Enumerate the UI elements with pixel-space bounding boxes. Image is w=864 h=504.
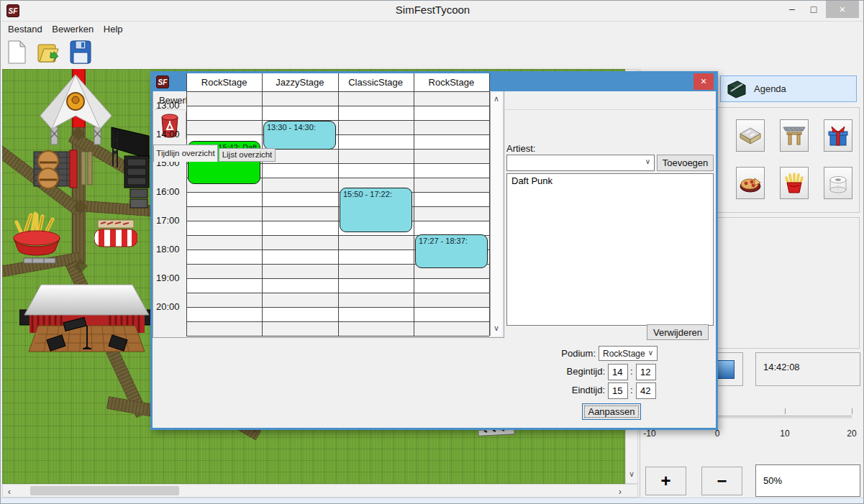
schedule-row-cell[interactable] (186, 106, 489, 121)
item-button-toilet-paper[interactable] (824, 167, 852, 199)
new-file-button[interactable] (4, 38, 31, 67)
time-separator: : (630, 385, 633, 395)
black-stage-truss[interactable] (106, 123, 152, 209)
scroll-left-icon[interactable]: ‹ (5, 486, 14, 497)
timeline-panel: 13:0014:0015:0016:0017:0018:0019:0020:00… (153, 73, 504, 338)
slider-tick (785, 408, 786, 414)
slider-tick-label: 0 (703, 429, 732, 439)
close-button[interactable]: × (826, 1, 859, 18)
schedule-event[interactable]: 17:27 - 18:37: (415, 234, 488, 268)
scroll-right-icon[interactable]: › (616, 486, 624, 497)
menu-bestand[interactable]: Bestand (8, 24, 42, 35)
end-time-label: Eindtijd: (534, 385, 605, 395)
schedule-row-cell[interactable] (186, 121, 489, 135)
pizza-icon (739, 173, 762, 194)
item-button-pizza[interactable] (736, 167, 765, 199)
podium-label: Podium: (527, 348, 596, 359)
schedule-row-cell[interactable] (186, 279, 489, 293)
schedule-row-cell[interactable] (186, 193, 489, 207)
chevron-down-icon: ∨ (645, 157, 650, 165)
schedule-row-cell[interactable] (186, 322, 489, 336)
end-hour-input[interactable] (608, 382, 628, 399)
gift-icon (827, 125, 850, 147)
main-window: SF SimFestTycoon – □ × Bestand Bewerken … (0, 0, 864, 504)
schedule-grid[interactable]: 14:12 - 15:42: Daft Punk13:30 - 14:30:15… (153, 92, 489, 336)
remove-artist-button[interactable]: Verwijderen (647, 324, 709, 340)
agenda-button-label: Agenda (754, 83, 786, 94)
tab-timeline-overview[interactable]: Tijdlijn overzicht (153, 145, 218, 162)
artist-list-item[interactable]: Daft Punk (507, 174, 713, 188)
add-artist-button[interactable]: Toevoegen (657, 155, 714, 171)
schedule-row-cell[interactable] (186, 92, 489, 106)
time-separator: : (630, 366, 633, 377)
status-strip (1, 498, 864, 504)
artist-label: Artiest: (506, 143, 535, 154)
schedule-column-header: JazzyStage (262, 73, 337, 92)
window-title: SimFestTycoon (1, 1, 864, 19)
schedule-row-cell[interactable] (186, 207, 489, 221)
zoom-out-button[interactable]: − (701, 467, 742, 495)
scroll-up-icon[interactable]: ∧ (491, 94, 502, 104)
schedule-scrollbar[interactable]: ∧ ∨ (490, 92, 502, 336)
zoom-value: 50% (763, 475, 782, 486)
end-minute-input[interactable] (636, 382, 656, 399)
start-time-label: Begintijd: (534, 366, 605, 377)
striped-stand[interactable] (94, 219, 137, 249)
schedule-event[interactable]: 13:30 - 14:30: (263, 121, 336, 150)
new-file-icon (8, 40, 27, 65)
agenda-button[interactable]: Agenda (720, 75, 857, 102)
fries-stand[interactable] (11, 211, 63, 267)
title-bar: SF SimFestTycoon – □ × (1, 1, 864, 21)
burger-stand[interactable] (32, 146, 93, 191)
fries-icon (783, 173, 806, 194)
toilet-paper-icon (827, 173, 850, 194)
zoom-in-button[interactable]: + (645, 467, 686, 495)
schedule-column-header: RockStage (414, 73, 489, 92)
main-stage[interactable] (19, 283, 155, 354)
road-tile-icon (739, 125, 762, 147)
start-minute-input[interactable] (636, 364, 656, 380)
schedule-column-header: ClassicStage (338, 73, 414, 92)
item-button-fries[interactable] (780, 167, 809, 199)
scroll-down-icon[interactable]: ∨ (491, 324, 502, 333)
white-tent[interactable] (38, 73, 114, 153)
zoom-value-box: 50% (755, 464, 860, 497)
artist-combobox[interactable]: ∨ (506, 155, 655, 171)
schedule-row-cell[interactable] (186, 308, 489, 322)
menu-help[interactable]: Help (104, 24, 123, 35)
schedule-row-cell[interactable] (186, 221, 489, 236)
game-clock: 14:42:08 (755, 352, 860, 386)
chevron-down-icon: ∨ (648, 349, 653, 357)
podium-combo-value: RockStage (603, 349, 645, 359)
tab-list-overview[interactable]: Lijst overzicht (219, 148, 276, 162)
start-hour-input[interactable] (608, 364, 628, 380)
minimize-button[interactable]: – (783, 3, 801, 14)
item-button-stage-gate[interactable] (780, 119, 809, 152)
artist-listbox[interactable]: Daft Punk (506, 173, 714, 326)
clock-value: 14:42:08 (763, 362, 800, 372)
save-file-button[interactable] (67, 38, 94, 67)
open-file-button[interactable] (35, 38, 63, 67)
scroll-down-icon[interactable]: ∨ (626, 469, 637, 479)
slider-tick (852, 408, 852, 414)
agenda-dialog: SF Agenda - MyEvent × Bewerken Beeld (150, 71, 718, 430)
schedule-event[interactable]: 15:50 - 17:22: (340, 188, 412, 232)
item-button-road[interactable] (736, 119, 765, 152)
schedule-row-cell[interactable] (186, 293, 489, 308)
scrollbar-thumb[interactable] (30, 486, 179, 495)
schedule-header: RockStageJazzyStageClassicStageRockStage (186, 73, 489, 92)
menu-bewerken[interactable]: Bewerken (52, 24, 94, 35)
agenda-book-icon (727, 80, 747, 98)
schedule-column-header: RockStage (186, 73, 262, 92)
stage-gate-icon (783, 125, 806, 147)
slider-tick-label: -10 (635, 429, 664, 439)
apply-button[interactable]: Aanpassen (582, 403, 641, 420)
maximize-button[interactable]: □ (805, 4, 822, 15)
main-toolbar (4, 38, 94, 67)
map-horizontal-scrollbar[interactable]: ‹ › (2, 484, 638, 498)
podium-combobox[interactable]: RockStage ∨ (599, 346, 658, 361)
item-button-gift[interactable] (824, 119, 852, 152)
save-file-icon (70, 40, 91, 65)
slider-tick-label: 10 (770, 429, 799, 439)
dialog-close-button[interactable]: × (694, 73, 714, 90)
